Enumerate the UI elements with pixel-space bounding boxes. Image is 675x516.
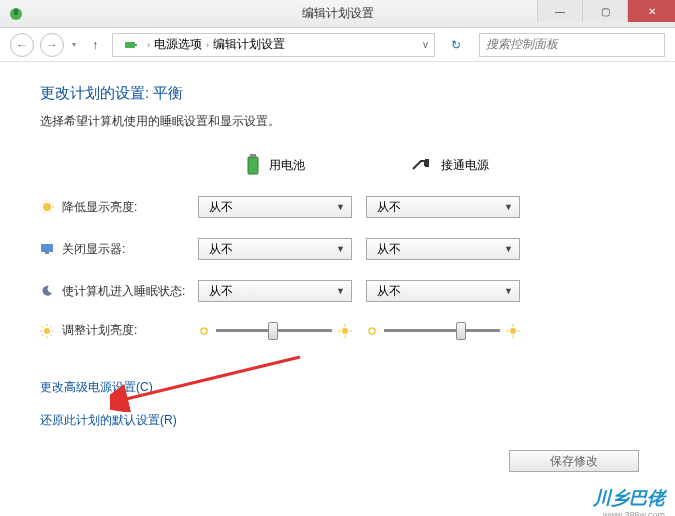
slider-thumb[interactable]	[268, 322, 278, 340]
slider-thumb[interactable]	[456, 322, 466, 340]
address-bar[interactable]: › 电源选项 › 编辑计划设置 v	[112, 33, 435, 57]
dim-label: 降低显示亮度:	[62, 199, 137, 216]
content-area: 更改计划的设置: 平衡 选择希望计算机使用的睡眠设置和显示设置。 用电池 接通电…	[0, 62, 675, 467]
svg-rect-6	[425, 159, 429, 167]
app-icon	[8, 6, 24, 22]
svg-rect-2	[125, 42, 135, 48]
search-placeholder: 搜索控制面板	[486, 36, 558, 53]
minimize-button[interactable]: —	[537, 0, 582, 22]
off-label: 关闭显示器:	[62, 241, 125, 258]
save-button[interactable]: 保存修改	[509, 450, 639, 472]
off-plugged-select[interactable]: 从不 ▼	[366, 238, 520, 260]
maximize-button[interactable]: ▢	[582, 0, 627, 22]
col-plugged-label: 接通电源	[441, 157, 489, 174]
svg-point-26	[369, 328, 375, 334]
watermark-logo: 川乡巴佬	[593, 486, 665, 510]
svg-line-17	[51, 334, 53, 336]
off-battery-select[interactable]: 从不 ▼	[198, 238, 352, 260]
dim-plugged-select[interactable]: 从不 ▼	[366, 196, 520, 218]
history-dropdown[interactable]: ▾	[70, 40, 78, 49]
chevron-down-icon: ▼	[336, 202, 345, 212]
advanced-settings-link[interactable]: 更改高级电源设置(C)	[40, 379, 635, 396]
close-button[interactable]: ✕	[627, 0, 675, 22]
sleep-battery-select[interactable]: 从不 ▼	[198, 280, 352, 302]
bright-battery-slider[interactable]	[198, 324, 352, 338]
svg-point-27	[510, 328, 516, 334]
row-dim-display: 降低显示亮度: 从不 ▼ 从不 ▼	[40, 196, 635, 218]
moon-icon	[40, 284, 54, 298]
back-button[interactable]: ←	[10, 33, 34, 57]
sleep-plugged-select[interactable]: 从不 ▼	[366, 280, 520, 302]
sun-small-icon	[198, 325, 210, 337]
svg-line-16	[42, 326, 44, 328]
column-headers: 用电池 接通电源	[40, 154, 635, 176]
slider-track[interactable]	[216, 329, 332, 332]
window-title: 编辑计划设置	[302, 5, 374, 22]
svg-point-21	[342, 328, 348, 334]
svg-point-7	[43, 203, 51, 211]
bright-plugged-slider[interactable]	[366, 324, 520, 338]
sun-small-icon	[366, 325, 378, 337]
slider-track[interactable]	[384, 329, 500, 332]
svg-line-19	[51, 326, 53, 328]
chevron-down-icon: ▼	[504, 286, 513, 296]
forward-button[interactable]: →	[40, 33, 64, 57]
search-input[interactable]: 搜索控制面板	[479, 33, 665, 57]
sleep-label: 使计算机进入睡眠状态:	[62, 283, 185, 300]
row-turn-off-display: 关闭显示器: 从不 ▼ 从不 ▼	[40, 238, 635, 260]
col-battery-label: 用电池	[269, 157, 305, 174]
chevron-down-icon: ▼	[336, 244, 345, 254]
svg-point-11	[44, 328, 50, 334]
svg-rect-9	[41, 244, 53, 252]
dim-icon	[40, 200, 54, 214]
refresh-button[interactable]: ↻	[445, 34, 467, 56]
svg-rect-10	[45, 252, 49, 254]
monitor-icon	[40, 242, 54, 256]
svg-rect-3	[135, 44, 137, 46]
watermark-url: www.386w.com	[603, 510, 665, 516]
dim-battery-select[interactable]: 从不 ▼	[198, 196, 352, 218]
nav-bar: ← → ▾ ↑ › 电源选项 › 编辑计划设置 v ↻ 搜索控制面板	[0, 28, 675, 62]
up-button[interactable]: ↑	[84, 34, 106, 56]
svg-rect-5	[250, 154, 256, 157]
breadcrumb-sep: ›	[147, 40, 150, 50]
sun-icon	[40, 324, 54, 338]
chevron-down-icon: ▼	[504, 202, 513, 212]
title-bar: 编辑计划设置 — ▢ ✕	[0, 0, 675, 28]
page-title: 更改计划的设置: 平衡	[40, 84, 635, 103]
svg-line-18	[42, 334, 44, 336]
restore-defaults-link[interactable]: 还原此计划的默认设置(R)	[40, 412, 635, 429]
power-plan-icon	[123, 37, 139, 53]
breadcrumb-item-edit-plan[interactable]: 编辑计划设置	[213, 36, 285, 53]
row-brightness: 调整计划亮度:	[40, 322, 635, 339]
address-dropdown-icon[interactable]: v	[423, 39, 428, 50]
chevron-down-icon: ▼	[504, 244, 513, 254]
page-subtitle: 选择希望计算机使用的睡眠设置和显示设置。	[40, 113, 635, 130]
plug-icon	[411, 157, 433, 173]
breadcrumb-sep: ›	[206, 40, 209, 50]
window-controls: — ▢ ✕	[537, 0, 675, 22]
sun-large-icon	[506, 324, 520, 338]
battery-icon	[245, 154, 261, 176]
svg-rect-1	[14, 9, 18, 15]
chevron-down-icon: ▼	[336, 286, 345, 296]
breadcrumb-item-power-options[interactable]: 电源选项	[154, 36, 202, 53]
bright-label: 调整计划亮度:	[62, 322, 137, 339]
sun-large-icon	[338, 324, 352, 338]
links-section: 更改高级电源设置(C) 还原此计划的默认设置(R)	[40, 379, 635, 429]
svg-rect-4	[248, 157, 258, 174]
row-sleep: 使计算机进入睡眠状态: 从不 ▼ 从不 ▼	[40, 280, 635, 302]
svg-point-20	[201, 328, 207, 334]
